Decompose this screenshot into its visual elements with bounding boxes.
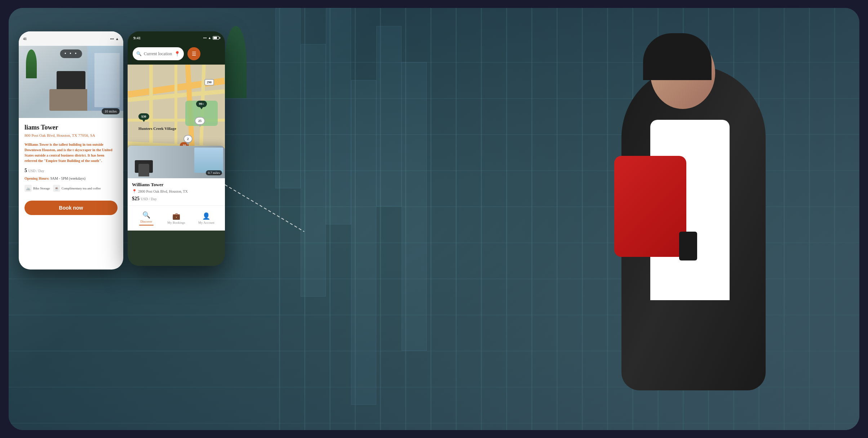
- hours-label: Opening Hours:: [25, 176, 49, 180]
- hours-row: Opening Hours: 9AM - 5PM (weekdays): [25, 176, 118, 180]
- card-address: 📍 2800 Post Oak Blvd, Houston, TX: [132, 189, 221, 194]
- status-bar-center: 9:41 ▪▪▪ ▲: [128, 31, 225, 44]
- card-info: Williams Tower 📍 2800 Post Oak Blvd, Hou…: [128, 178, 225, 205]
- building-address-left: 800 Post Oak Blvd, Houston, TX 77056, SA: [25, 133, 118, 138]
- amenity-tea-label: Complimentary tea and coffee: [62, 187, 101, 190]
- time-left: 41: [23, 37, 27, 41]
- account-icon: 👤: [202, 212, 210, 220]
- account-label: My Account: [198, 221, 214, 224]
- nav-item-discover[interactable]: 🔍 Discover: [136, 211, 157, 225]
- pin-label-2: 2: [183, 135, 192, 143]
- battery-fill: [213, 37, 217, 39]
- more-options-menu[interactable]: • • •: [60, 49, 82, 58]
- discover-icon: 🔍: [142, 211, 150, 219]
- search-row: 🔍 Current location 📍 ☰: [128, 44, 225, 65]
- amenities-row: 🚲 Bike Storage ☕ Complimentary tea and c…: [25, 185, 118, 192]
- map-pin-30[interactable]: $30: [138, 113, 149, 122]
- property-image-left: • • • 10 miles: [19, 46, 123, 118]
- signal-icon-left: ▪▪▪: [110, 37, 114, 41]
- pin-arrow-25-outline: [199, 125, 201, 127]
- card-chair: [138, 164, 149, 176]
- card-price: $25 USD / Day: [132, 196, 221, 202]
- map-area-label: Hunters Creek Village: [138, 126, 176, 131]
- discover-label: Discover: [140, 220, 152, 223]
- filter-button[interactable]: ☰: [187, 47, 200, 60]
- card-price-value: $25: [132, 196, 140, 201]
- card-property-name: Williams Tower: [132, 182, 221, 188]
- card-window: [194, 148, 223, 173]
- pin-label-25-outline: 25: [195, 117, 205, 125]
- bike-icon: 🚲: [25, 185, 32, 192]
- pin-arrow-99: [200, 107, 203, 109]
- phone-detail-screen: 41 ▪▪▪ ▲ • • • 10 miles liams Tower 800 …: [19, 31, 123, 270]
- hours-value: 9AM - 5PM (weekdays): [50, 176, 86, 180]
- status-bar-left: 41 ▪▪▪ ▲: [19, 31, 123, 46]
- book-now-button[interactable]: Book now: [25, 201, 118, 215]
- signal-icon-center: ▪▪▪: [203, 36, 207, 40]
- card-pin-icon: 📍: [132, 189, 137, 194]
- card-distance-badge: 0.7 miles: [206, 170, 222, 175]
- wifi-icon-center: ▲: [208, 36, 211, 40]
- search-bar[interactable]: 🔍 Current location 📍: [133, 47, 184, 60]
- pin-label-30: $30: [138, 113, 149, 120]
- wifi-icon-left: ▲: [115, 37, 119, 41]
- price-row-left: 5 USD / Day: [25, 168, 118, 174]
- highway-label: 290: [204, 79, 214, 86]
- phone-map-screen: 9:41 ▪▪▪ ▲ 🔍 Current location 📍 ☰: [128, 31, 225, 266]
- listing-card-popup[interactable]: 0.7 miles Williams Tower 📍 2800 Post Oak…: [128, 146, 225, 205]
- building-title-left: liams Tower: [25, 124, 118, 131]
- nav-active-indicator: [139, 225, 154, 225]
- amenity-bike-label: Bike Storage: [33, 187, 50, 190]
- search-icon: 🔍: [136, 51, 142, 57]
- pin-arrow-30: [142, 120, 145, 122]
- nav-item-account[interactable]: 👤 My Account: [195, 212, 217, 224]
- map-pin-2[interactable]: 2: [183, 135, 192, 145]
- woman-figure: [593, 30, 838, 419]
- time-center: 9:41: [133, 36, 141, 40]
- price-value-left: 5: [25, 168, 27, 173]
- bottom-navigation: 🔍 Discover 💼 My Bookings 👤 My Account: [128, 205, 225, 231]
- property-details: liams Tower 800 Post Oak Blvd, Houston, …: [19, 118, 123, 221]
- tea-icon: ☕: [53, 185, 60, 192]
- bookings-label: My Bookings: [167, 221, 185, 224]
- main-scene: 41 ▪▪▪ ▲ • • • 10 miles liams Tower 800 …: [9, 8, 859, 430]
- monitor-decor: [57, 71, 85, 91]
- building-description: Williams Tower is the tallest building i…: [25, 142, 118, 163]
- map-view[interactable]: Hunters Creek Village 290 $30 99+ 25 $25: [128, 65, 225, 205]
- card-address-text: 2800 Post Oak Blvd, Houston, TX: [138, 189, 188, 193]
- card-property-image: 0.7 miles: [128, 146, 225, 178]
- nav-item-bookings[interactable]: 💼 My Bookings: [165, 212, 187, 224]
- map-pin-99[interactable]: 99+: [196, 101, 207, 109]
- map-pin-25-outline[interactable]: 25: [195, 117, 205, 127]
- desc-highlight: Williams Tower: [25, 143, 49, 146]
- plant-decor: [26, 49, 37, 78]
- amenity-tea-coffee: ☕ Complimentary tea and coffee: [53, 185, 101, 192]
- price-unit-left: USD / Day: [28, 169, 44, 173]
- status-icons-center: ▪▪▪ ▲: [203, 36, 220, 40]
- distance-badge-left: 10 miles: [102, 108, 120, 114]
- search-input-text: Current location: [144, 51, 172, 57]
- bookings-icon: 💼: [172, 212, 180, 220]
- location-pin-icon: 📍: [174, 51, 180, 57]
- battery-icon: [213, 36, 219, 40]
- desk-decor: [49, 89, 93, 111]
- card-price-unit: USD / Day: [141, 197, 157, 201]
- pin-label-99: 99+: [196, 101, 207, 107]
- amenity-bike-storage: 🚲 Bike Storage: [25, 185, 50, 192]
- pin-arrow-2: [186, 143, 189, 145]
